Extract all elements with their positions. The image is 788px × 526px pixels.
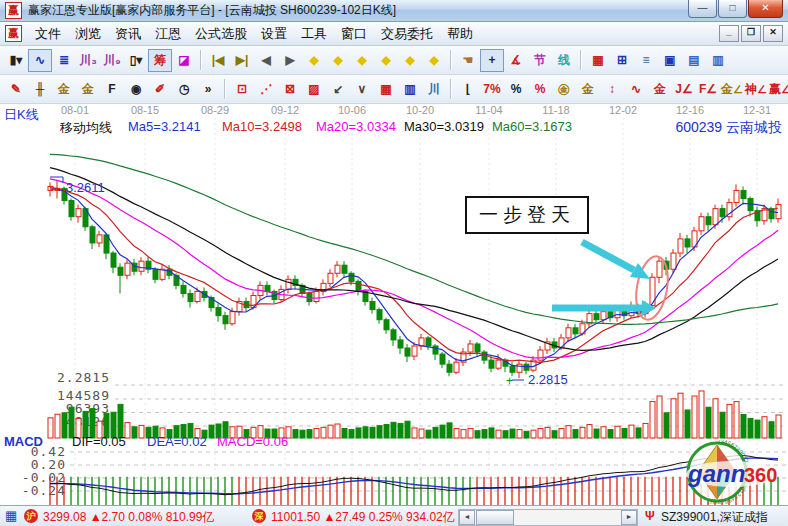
- volume-bar: [321, 427, 326, 438]
- pan-hand-icon[interactable]: ☚: [456, 49, 480, 72]
- ladder-icon[interactable]: ⌊: [456, 78, 480, 101]
- menu-资讯[interactable]: 资讯: [108, 23, 148, 45]
- chart-area: 08-0108-1508-2909-1210-0610-2011-0411-18…: [0, 104, 788, 505]
- candle: [314, 291, 319, 301]
- volume-bar: [580, 427, 585, 438]
- gold-section-1-icon[interactable]: 金: [52, 78, 76, 101]
- candle-type-icon[interactable]: ▯▾: [124, 49, 148, 72]
- calculator-icon[interactable]: ⊞: [610, 49, 634, 72]
- last-page-icon[interactable]: ▶|: [230, 49, 254, 72]
- memo-icon[interactable]: ≡: [634, 49, 658, 72]
- mdi-restore-button[interactable]: ❐: [741, 25, 761, 42]
- percent-7-icon[interactable]: 7%: [480, 78, 504, 101]
- volume-bar: [657, 396, 662, 438]
- maximize-button[interactable]: □: [718, 0, 747, 18]
- first-page-icon[interactable]: |◀: [206, 49, 230, 72]
- gann-fan-icon[interactable]: ⋰: [254, 78, 278, 101]
- angle-j-icon[interactable]: J∠: [672, 78, 696, 101]
- shenzhen-index-quote[interactable]: 11001.50 ▲27.49 0.25% 934.02亿: [271, 509, 455, 526]
- close-button[interactable]: ✕: [748, 0, 783, 18]
- channel-icon[interactable]: 川: [422, 78, 446, 101]
- multi-screen-icon[interactable]: ▤: [682, 49, 706, 72]
- volume-bar: [307, 430, 312, 438]
- volume-bar: [762, 417, 767, 438]
- save-icon[interactable]: ▣: [658, 49, 682, 72]
- time-cycle-icon[interactable]: ◷: [172, 78, 196, 101]
- line-tool-icon[interactable]: 线: [552, 49, 576, 72]
- menu-设置[interactable]: 设置: [254, 23, 294, 45]
- menu-江恩[interactable]: 江恩: [148, 23, 188, 45]
- ma-9-icon[interactable]: 川₉: [100, 49, 124, 72]
- current-index-name[interactable]: SZ399001,深证成指: [661, 509, 768, 526]
- fib-tool-icon[interactable]: F: [100, 78, 124, 101]
- menu-公式选股[interactable]: 公式选股: [188, 23, 254, 45]
- grid-tool-icon[interactable]: ╫: [28, 78, 52, 101]
- next-page-icon[interactable]: ▶: [278, 49, 302, 72]
- pen-tool-icon[interactable]: ✎: [4, 78, 28, 101]
- time-grid-icon[interactable]: ▥: [398, 78, 422, 101]
- mdi-minimize-button[interactable]: _: [719, 25, 739, 42]
- trend-line-icon[interactable]: ↙: [326, 78, 350, 101]
- fan-box-icon[interactable]: ⊠: [278, 78, 302, 101]
- menu-浏览[interactable]: 浏览: [68, 23, 108, 45]
- menu-交易委托[interactable]: 交易委托: [374, 23, 440, 45]
- measure-icon[interactable]: ↕: [600, 78, 624, 101]
- zigzag-icon[interactable]: ∨: [350, 78, 374, 101]
- ma-3-icon[interactable]: 川₃: [76, 49, 100, 72]
- price-grid-icon[interactable]: ▦: [374, 78, 398, 101]
- menu-窗口[interactable]: 窗口: [334, 23, 374, 45]
- gold-box-icon[interactable]: 金: [648, 78, 672, 101]
- angle-f-icon[interactable]: F∠: [696, 78, 720, 101]
- volume-profile-icon[interactable]: ◪: [172, 49, 196, 72]
- menu-帮助[interactable]: 帮助: [440, 23, 480, 45]
- crosshair-icon[interactable]: +: [480, 49, 504, 72]
- gold-section-2-icon[interactable]: 金: [76, 78, 100, 101]
- candle: [118, 267, 123, 275]
- macd-pane-label: MACD: [4, 434, 43, 449]
- overlay-curve-icon[interactable]: ∿: [28, 49, 52, 72]
- angle-tool-icon[interactable]: ∡: [504, 49, 528, 72]
- minimize-button[interactable]: —: [688, 0, 717, 18]
- scrollbar-thumb[interactable]: [476, 510, 514, 525]
- shanghai-index-quote[interactable]: 3299.08 ▲2.70 0.08% 810.99亿: [43, 509, 214, 526]
- wave-icon[interactable]: ∿: [624, 78, 648, 101]
- volume-bar: [426, 430, 431, 438]
- gann-arrow-right-icon[interactable]: ◆: [326, 49, 350, 72]
- period-selector-icon[interactable]: ▮▾: [4, 49, 28, 72]
- percent-lines-icon[interactable]: %: [528, 78, 552, 101]
- gold-circle-icon[interactable]: ㊎: [552, 78, 576, 101]
- gann-burst-icon[interactable]: ◆: [374, 49, 398, 72]
- gann-arrow-both-icon[interactable]: ◆: [350, 49, 374, 72]
- volume-bar: [293, 430, 298, 438]
- export-icon[interactable]: ▥: [706, 49, 730, 72]
- period-tab[interactable]: 日K线: [4, 106, 39, 124]
- info-note-icon[interactable]: ≣: [52, 49, 76, 72]
- mdi-close-button[interactable]: ✕: [763, 25, 783, 42]
- chip-distribution-icon[interactable]: 筹: [148, 49, 172, 72]
- scroll-left-arrow[interactable]: ◄: [459, 510, 475, 525]
- percent-icon[interactable]: %: [504, 78, 528, 101]
- menu-文件[interactable]: 文件: [28, 23, 68, 45]
- gann-cross-icon[interactable]: ◆: [398, 49, 422, 72]
- range-box-icon[interactable]: ⊡: [230, 78, 254, 101]
- horizontal-scrollbar[interactable]: ◄ ►: [458, 509, 638, 526]
- date-tick: 12-16: [676, 104, 704, 116]
- keyboard-icon[interactable]: ▦: [5, 508, 17, 523]
- more-tools-icon[interactable]: »: [196, 78, 220, 101]
- spiral-tool-icon[interactable]: ◉: [124, 78, 148, 101]
- prev-page-icon[interactable]: ◀: [254, 49, 278, 72]
- angle-ying-icon[interactable]: 赢∠: [768, 78, 788, 101]
- gann-cycle-icon[interactable]: ◆: [422, 49, 446, 72]
- gold-line-icon[interactable]: 金: [576, 78, 600, 101]
- menu-工具[interactable]: 工具: [294, 23, 334, 45]
- scroll-right-arrow[interactable]: ►: [621, 510, 637, 525]
- shade-box-icon[interactable]: ▨: [302, 78, 326, 101]
- mark-tool-icon[interactable]: ✐: [148, 78, 172, 101]
- annotation-box: 一步登天: [465, 196, 589, 234]
- node-tool-icon[interactable]: 节: [528, 49, 552, 72]
- volume-bar: [363, 427, 368, 438]
- gann-arrow-left-icon[interactable]: ◆: [302, 49, 326, 72]
- angle-shen-icon[interactable]: 神∠: [744, 78, 768, 101]
- angle-gold-icon[interactable]: 金∠: [720, 78, 744, 101]
- calendar-icon[interactable]: ▦: [586, 49, 610, 72]
